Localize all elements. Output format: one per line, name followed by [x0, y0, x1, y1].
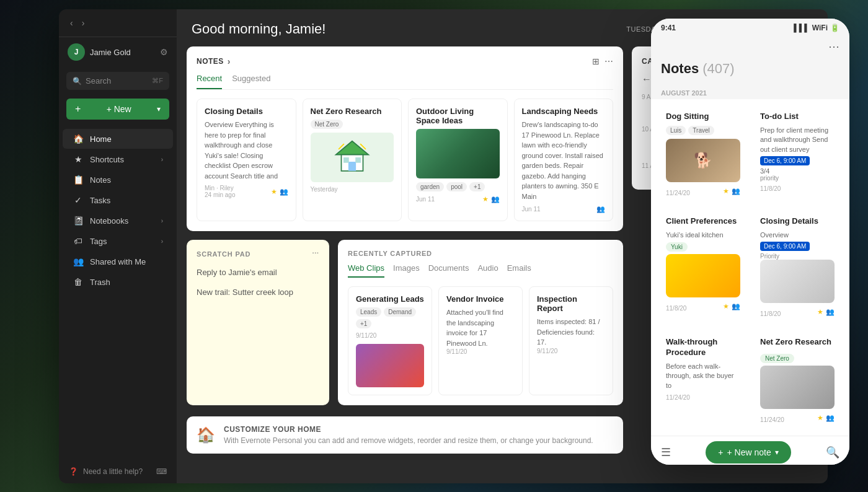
search-shortcut: ⌘F — [152, 77, 163, 85]
notes-widget-actions: ⊞ ⋯ — [592, 56, 613, 66]
forward-arrow[interactable]: › — [79, 17, 87, 29]
mobile-note-body: Prep for client meeting and walkthrough … — [760, 126, 835, 154]
mobile-note-date: 11/24/20 — [666, 394, 740, 401]
notes-widget-title: NOTES › — [197, 56, 231, 66]
tab-documents[interactable]: Documents — [428, 263, 469, 278]
sidebar-item-label: Trash — [90, 278, 110, 287]
status-icons: ▌▌▌ WiFi 🔋 — [794, 24, 839, 32]
note-footer: Min · Riley 24 min ago ★ 👥 — [205, 185, 288, 198]
notes-more-icon[interactable]: ⋯ — [604, 56, 613, 66]
tag-chip: Demand — [384, 307, 416, 317]
notes-arrow-icon[interactable]: › — [228, 56, 231, 66]
rc-title: RECENTLY CAPTURED — [348, 250, 613, 257]
people-icon: 👥 — [596, 205, 605, 213]
scratch-more-icon[interactable]: ⋯ — [312, 250, 319, 258]
tab-audio[interactable]: Audio — [477, 263, 498, 278]
search-icon: 🔍 — [73, 77, 82, 86]
tab-suggested[interactable]: Suggested — [232, 74, 270, 89]
wifi-icon: WiFi — [812, 24, 828, 32]
mobile-note-card[interactable]: Client Preferences Yuki's ideal kitchen … — [658, 209, 748, 325]
people-icon: 👥 — [732, 187, 740, 195]
sidebar-item-notebooks[interactable]: 📓 Notebooks › — [63, 211, 173, 231]
scratch-pad-title: SCRATCH PAD ⋯ — [197, 250, 319, 258]
sidebar-item-tasks[interactable]: ✓ Tasks — [63, 190, 173, 210]
mobile-note-title: To-do List — [760, 112, 835, 122]
tab-web-clips[interactable]: Web Clips — [348, 263, 384, 278]
mobile-note-body: Before each walk-through, ask the buyer … — [666, 362, 740, 390]
note-footer: Jun 11 👥 — [522, 205, 606, 213]
note-icons: ★ 👥 — [723, 302, 740, 310]
scratch-line-2: New trail: Sutter creek loop — [197, 286, 319, 299]
note-image-outdoor — [416, 129, 500, 178]
sidebar-item-home[interactable]: 🏠 Home — [63, 129, 173, 149]
svg-rect-4 — [343, 157, 349, 163]
help-icon: ❓ — [69, 467, 78, 476]
note-card[interactable]: Net Zero Research Net Zero — [303, 99, 402, 221]
note-tags: garden pool +1 — [416, 182, 500, 191]
mobile-note-date: 11/8/20 — [760, 185, 835, 192]
people-icon: 👥 — [732, 302, 740, 310]
new-label: + New — [107, 104, 131, 114]
sidebar-item-label: Notebooks — [90, 216, 128, 226]
chevron-down-icon: ▾ — [157, 105, 161, 113]
mobile-menu-icon[interactable]: ☰ — [661, 446, 671, 459]
rc-date: 9/11/20 — [537, 348, 605, 354]
customize-banner: 🏠 CUSTOMIZE YOUR HOME With Evernote Pers… — [187, 416, 623, 454]
mobile-note-title: Net Zero Research — [760, 337, 835, 348]
mobile-note-image — [760, 366, 835, 409]
mobile-note-card[interactable]: Dog Sitting Luis Travel 🐕 11/24/20 ★ 👥 — [658, 104, 748, 204]
mobile-note-card[interactable]: To-do List Prep for client meeting and w… — [753, 104, 842, 204]
people-icon: 👥 — [491, 195, 500, 203]
tag-chip: +1 — [356, 319, 371, 328]
mobile-date-badge: Dec 6, 9:00 AM — [760, 156, 810, 165]
user-info[interactable]: J Jamie Gold ⚙ — [59, 37, 177, 67]
cal-prev-icon[interactable]: ← — [642, 74, 652, 85]
expand-icon: › — [161, 156, 163, 163]
back-arrow[interactable]: ‹ — [68, 17, 76, 29]
mobile-note-card[interactable]: Walk-through Procedure Before each walk-… — [658, 330, 748, 431]
mobile-notes-grid: Dog Sitting Luis Travel 🐕 11/24/20 ★ 👥 T… — [651, 99, 849, 436]
note-body: Drew's landscaping to-do 17 Pinewood Ln.… — [522, 120, 606, 201]
mobile-note-title: Walk-through Procedure — [666, 337, 740, 358]
sidebar-item-shared[interactable]: 👥 Shared with Me — [63, 252, 173, 271]
new-button[interactable]: + + New ▾ — [66, 99, 169, 120]
note-image-house — [311, 133, 394, 182]
notes-grid: Closing Details Overview Everything is h… — [197, 99, 613, 221]
greeting: Good morning, Jamie! — [192, 21, 326, 37]
tab-emails[interactable]: Emails — [507, 263, 531, 278]
note-card[interactable]: Closing Details Overview Everything is h… — [197, 99, 296, 221]
mobile-note-footer: 11/8/20 ★ 👥 — [760, 307, 835, 317]
keyboard-icon: ⌨ — [156, 467, 167, 476]
mobile-note-card[interactable]: Closing Details Overview Dec 6, 9:00 AM … — [753, 209, 842, 325]
mobile-tag: Net Zero — [760, 354, 794, 363]
search-bar[interactable]: 🔍 Search ⌘F — [66, 72, 169, 90]
sidebar-item-trash[interactable]: 🗑 Trash — [63, 272, 173, 292]
tab-recent[interactable]: Recent — [197, 74, 222, 89]
mobile-more-icon[interactable]: ⋯ — [828, 40, 839, 53]
mobile-new-note-button[interactable]: + + New note ▾ — [706, 441, 790, 463]
mobile-search-icon[interactable]: 🔍 — [826, 446, 839, 459]
note-title: Landscaping Needs — [522, 107, 606, 116]
sidebar-item-notes[interactable]: 📋 Notes — [63, 170, 173, 190]
mobile-note-title: Dog Sitting — [666, 112, 740, 122]
note-card[interactable]: Outdoor Living Space Ideas garden pool +… — [408, 99, 508, 221]
star-icon: ★ — [271, 188, 277, 196]
gear-icon[interactable]: ⚙ — [160, 47, 168, 57]
note-card[interactable]: Landscaping Needs Drew's landscaping to-… — [514, 99, 614, 221]
rc-tags: Leads Demand +1 — [356, 307, 424, 328]
sidebar-item-tags[interactable]: 🏷 Tags › — [63, 231, 173, 251]
notes-list-view-icon[interactable]: ⊞ — [592, 56, 600, 66]
sidebar-item-shortcuts[interactable]: ★ Shortcuts › — [63, 149, 173, 169]
sidebar: ‹ › J Jamie Gold ⚙ 🔍 Search ⌘F + + New ▾… — [59, 9, 177, 483]
plus-icon: + — [75, 103, 81, 115]
customize-text-title: CUSTOMIZE YOUR HOME — [224, 425, 593, 434]
sidebar-footer[interactable]: ❓ Need a little help? ⌨ — [59, 460, 177, 483]
rc-card[interactable]: Inspection Report Items inspected: 81 / … — [529, 286, 613, 395]
mobile-note-card[interactable]: Net Zero Research Net Zero 11/24/20 ★ 👥 — [753, 330, 842, 431]
rc-card[interactable]: Vendor Invoice Attached you'll find the … — [438, 286, 523, 395]
avatar: J — [68, 43, 85, 61]
mobile-note-image — [760, 260, 835, 303]
tab-images[interactable]: Images — [393, 263, 420, 278]
rc-card[interactable]: Generating Leads Leads Demand +1 9/11/20 — [348, 286, 432, 395]
customize-text: CUSTOMIZE YOUR HOME With Evernote Person… — [224, 425, 593, 445]
